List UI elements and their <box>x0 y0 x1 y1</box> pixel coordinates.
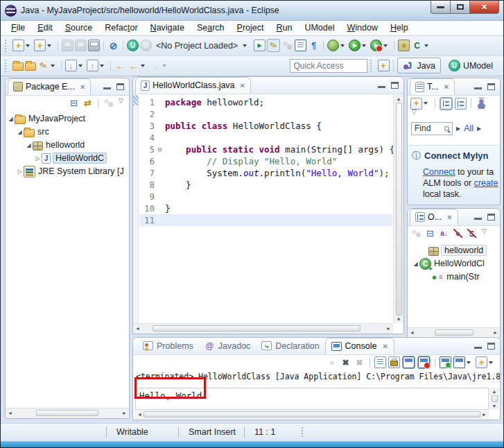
scrollbar-thumb[interactable] <box>153 325 360 331</box>
menu-item-window[interactable]: Window <box>341 21 384 34</box>
open-resource-icon[interactable] <box>25 62 36 71</box>
scroll-lock-icon[interactable] <box>388 356 400 368</box>
print-icon[interactable] <box>88 40 100 51</box>
chevron-down-icon[interactable] <box>424 44 428 47</box>
terminate-icon[interactable] <box>326 356 338 368</box>
scrollbar-thumb[interactable] <box>144 411 480 417</box>
minimize-button[interactable] <box>431 1 451 14</box>
prev-arrow-icon[interactable]: ▶ <box>456 126 460 132</box>
open-console-icon[interactable] <box>476 356 487 368</box>
code-line-1[interactable]: 1package helloworld; <box>139 96 392 108</box>
toolbar-grip[interactable] <box>370 60 374 72</box>
open-type-icon[interactable] <box>12 62 24 71</box>
code-line-5[interactable]: 5⊖ public static void main(String[] args… <box>139 144 392 155</box>
project-selector[interactable]: <No Project Loaded> <box>153 38 252 53</box>
expanded-arrow-icon[interactable]: ◢ <box>7 116 15 122</box>
close-icon[interactable]: ✕ <box>80 83 85 91</box>
toolbar-grip[interactable] <box>5 40 8 52</box>
umodel-project-icon[interactable] <box>140 40 152 51</box>
code-line-4[interactable]: 4 <box>139 132 392 144</box>
link-with-editor-icon[interactable] <box>82 97 94 109</box>
next-arrow-icon[interactable]: ▶ <box>477 126 481 132</box>
new-java-element-icon[interactable] <box>34 40 46 51</box>
back-icon[interactable] <box>128 60 139 71</box>
scrollbar-thumb[interactable] <box>396 103 402 316</box>
code-line-7[interactable]: 7 System.out.println("Hello, World"); <box>139 167 392 179</box>
tab-declaration[interactable]: Declaration <box>256 338 324 354</box>
menu-item-help[interactable]: Help <box>384 21 415 34</box>
menu-item-navigate[interactable]: Navigate <box>144 21 191 34</box>
forward-icon[interactable] <box>149 60 161 71</box>
code-line-9[interactable]: 9 <box>139 191 392 203</box>
code-line-8[interactable]: 8 } <box>139 179 392 191</box>
explorer-item-helloworldc[interactable]: ▷HelloWorldC <box>7 152 129 165</box>
outline-item-main-str[interactable]: Smain(Str <box>412 270 500 284</box>
save-all-icon[interactable] <box>75 40 87 51</box>
new-umodel-diagram-icon[interactable] <box>398 40 410 51</box>
next-annotation-icon[interactable] <box>65 60 77 71</box>
run-icon[interactable] <box>349 40 360 51</box>
close-icon[interactable]: ✕ <box>382 343 388 350</box>
save-icon[interactable] <box>62 40 73 51</box>
menu-item-run[interactable]: Run <box>270 21 298 34</box>
menu-item-umodel[interactable]: UModel <box>298 21 340 34</box>
collapsed-arrow-icon[interactable]: ▷ <box>34 155 42 162</box>
show-source-of-selected-element-icon[interactable] <box>295 40 306 51</box>
tab-outline[interactable]: O... ✕ <box>410 209 458 225</box>
task-filter-all[interactable]: All <box>464 123 473 133</box>
menu-item-source[interactable]: Source <box>59 21 99 34</box>
remove-launch-icon[interactable] <box>340 356 351 368</box>
debug-icon[interactable] <box>327 40 339 51</box>
toolbar-grip[interactable] <box>5 60 8 72</box>
last-edit-location-icon[interactable] <box>114 60 126 71</box>
close-icon[interactable]: ✕ <box>444 83 449 91</box>
minimize-view-icon[interactable] <box>474 83 482 89</box>
maximize-view-icon[interactable] <box>487 343 495 350</box>
tab-helloworldclass-java[interactable]: HelloWorldClass.java ✕ <box>135 77 251 94</box>
maximize-view-icon[interactable] <box>487 214 495 221</box>
collapse-all-icon[interactable] <box>424 227 436 239</box>
explorer-item-myjavaproject[interactable]: ◢MyJavaProject <box>7 112 129 126</box>
code-line-6[interactable]: 6 // Display "Hello, World" <box>139 155 392 167</box>
chevron-down-icon[interactable] <box>100 64 104 67</box>
outline-item-helloworld[interactable]: helloworld <box>412 244 500 257</box>
minimize-view-icon[interactable] <box>474 343 482 349</box>
chevron-down-icon[interactable] <box>424 102 428 105</box>
close-icon[interactable]: ✕ <box>240 82 245 89</box>
view-menu-icon[interactable] <box>410 112 420 118</box>
maximize-view-icon[interactable] <box>487 83 495 90</box>
external-tools-icon[interactable] <box>370 40 382 51</box>
code-line-10[interactable]: 10} <box>139 203 392 214</box>
horizontal-scrollbar[interactable]: ◄► <box>6 408 129 418</box>
perspective-java[interactable]: Java <box>397 58 441 74</box>
show-stderr-when-changed-icon[interactable] <box>418 356 430 368</box>
remove-all-terminated-icon[interactable] <box>354 356 365 368</box>
minimize-view-icon[interactable] <box>474 214 482 220</box>
view-menu-icon[interactable] <box>116 101 126 106</box>
sort-icon[interactable] <box>438 227 450 239</box>
menu-item-edit[interactable]: Edit <box>31 21 59 34</box>
collapse-all-icon[interactable] <box>68 97 80 109</box>
code-editor[interactable]: 1package helloworld;23public class Hello… <box>133 95 403 334</box>
chevron-down-icon[interactable] <box>489 361 493 364</box>
show-whitespace-icon[interactable] <box>308 40 320 51</box>
chevron-down-icon[interactable] <box>362 44 366 47</box>
highlight-icon[interactable] <box>37 60 49 71</box>
horizontal-scrollbar[interactable]: ◄► <box>408 327 500 338</box>
generate-code-icon[interactable] <box>411 40 423 51</box>
run-last-tool-icon[interactable] <box>254 40 266 51</box>
scrollbar-thumb[interactable] <box>492 395 498 402</box>
tab-problems[interactable]: Problems <box>137 338 199 354</box>
perspective-umodel[interactable]: UModel <box>444 58 498 74</box>
maximize-view-icon[interactable] <box>391 82 399 89</box>
expanded-arrow-icon[interactable]: ◢ <box>16 129 24 135</box>
task-owner-icon[interactable] <box>476 98 487 110</box>
maximize-view-icon[interactable] <box>116 83 124 90</box>
tab-task-list[interactable]: T... ✕ <box>410 78 455 95</box>
find-task-input[interactable]: Find <box>411 122 453 135</box>
minimize-view-icon[interactable] <box>378 82 385 88</box>
chevron-down-icon[interactable] <box>78 64 82 67</box>
menu-item-refactor[interactable]: Refactor <box>98 21 144 34</box>
quick-access-input[interactable] <box>290 59 367 73</box>
umodel-help-icon[interactable] <box>127 40 139 51</box>
